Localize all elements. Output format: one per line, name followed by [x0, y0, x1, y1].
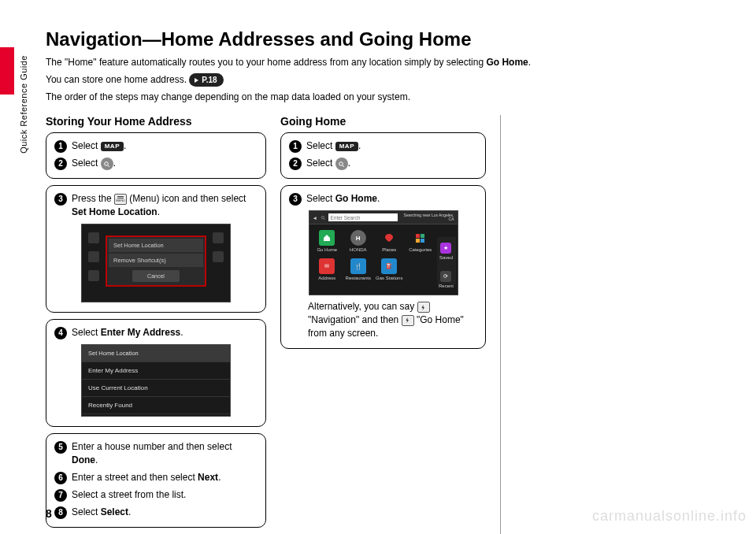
- page-content: Navigation—Home Addresses and Going Home…: [46, 28, 728, 534]
- s5-dot: .: [95, 454, 98, 465]
- bullet-r2: 2: [289, 158, 302, 170]
- svg-line-5: [324, 218, 325, 220]
- bullet-1: 1: [54, 140, 67, 153]
- gc6: Restaurants: [346, 276, 371, 280]
- search-circle-icon: [335, 158, 348, 170]
- voice-icon: [402, 315, 414, 326]
- stepr3-text: Select Go Home.: [306, 192, 477, 206]
- screenshot-menu-dialog: Set Home Location Remove Shortcut(s) Can…: [81, 224, 231, 302]
- s4a: Select: [72, 327, 101, 338]
- r-s3b: Go Home: [335, 193, 377, 204]
- intro1-c: .: [528, 57, 531, 68]
- column-going-home: Going Home 1 Select MAP. 2 Select .: [280, 115, 501, 533]
- svg-line-1: [108, 165, 109, 166]
- s4b: Enter My Address: [101, 327, 181, 338]
- search-circle-icon: [101, 158, 113, 170]
- bullet-3: 3: [54, 193, 67, 206]
- intro1-b: Go Home: [486, 57, 528, 68]
- bullet-6: 6: [54, 472, 67, 484]
- s2-dot: .: [113, 158, 116, 169]
- shot2-hd: Set Home Location: [82, 345, 230, 362]
- stepbox-1-2: 1 Select MAP. 2 Select .: [46, 132, 266, 179]
- step5-text: Enter a house number and then select Don…: [72, 440, 258, 467]
- gc4: Categories: [409, 247, 432, 252]
- step-5: 5 Enter a house number and then select D…: [54, 440, 258, 467]
- svg-point-0: [105, 161, 109, 165]
- r-s3-dot: .: [377, 193, 380, 204]
- stepbox-4: 4 Select Enter My Address. Set Home Loca…: [46, 319, 266, 427]
- s6b: Next: [198, 472, 218, 483]
- dlg-row-1: Set Home Location: [109, 239, 203, 252]
- step7-text: Select a street from the list.: [72, 488, 258, 502]
- step-6: 6 Enter a street and then select Next.: [54, 471, 258, 484]
- near-label: Searching near Los Angeles, CA: [401, 213, 454, 221]
- gc3: Places: [382, 247, 396, 252]
- stepbox-5-8: 5 Enter a house number and then select D…: [46, 433, 266, 528]
- step-2: 2 Select .: [54, 157, 258, 170]
- gr1: Saved: [439, 255, 453, 260]
- alt-d: " and then: [356, 314, 402, 325]
- svg-line-3: [343, 165, 344, 166]
- r-s2: Select: [306, 158, 335, 169]
- svg-point-2: [339, 161, 343, 165]
- intro2-text: You can store one home address.: [46, 74, 189, 85]
- step4-text: Select Enter My Address.: [72, 326, 258, 339]
- gc5: Address: [318, 276, 335, 280]
- side-label: Quick Reference Guide: [19, 55, 28, 154]
- bullet-r3: 3: [289, 193, 302, 206]
- s4-dot: .: [180, 327, 183, 338]
- s3b: (Menu) icon and then select: [127, 193, 246, 204]
- stepr2-text: Select .: [306, 157, 477, 170]
- step-8: 8 Select Select.: [54, 506, 258, 519]
- stepbox-r-1-2: 1 Select MAP. 2 Select .: [280, 132, 486, 179]
- pref-text: P.18: [202, 74, 217, 86]
- r-s3a: Select: [306, 193, 335, 204]
- step-4: 4 Select Enter My Address.: [54, 326, 258, 339]
- heading-going-home: Going Home: [280, 115, 486, 128]
- step6-text: Enter a street and then select Next.: [72, 471, 258, 484]
- s1-dot: .: [124, 140, 126, 151]
- dlg-cancel: Cancel: [132, 270, 180, 282]
- gr2: Recent: [439, 284, 454, 288]
- step3-text: Press the MENU (Menu) icon and then sele…: [72, 192, 258, 219]
- s3a: Press the: [72, 193, 114, 204]
- dlg-row-2: Remove Shortcut(s): [109, 254, 203, 267]
- step1-text: Select MAP.: [72, 139, 258, 153]
- screenshot-address-menu: Set Home Location Enter My Address Use C…: [81, 344, 231, 417]
- intro1-a: The "Home" feature automatically routes …: [46, 57, 486, 68]
- step-r2: 2 Select .: [289, 157, 477, 170]
- shot2-r2: Use Current Location: [82, 380, 230, 397]
- s5a: Enter a house number and then select: [72, 441, 232, 452]
- search-input: [328, 213, 398, 221]
- intro-line-2: You can store one home address. P.18: [46, 72, 728, 87]
- page-reference-badge: P.18: [189, 73, 223, 87]
- s8b: Select: [101, 506, 128, 517]
- alt-f: Go Home: [420, 314, 460, 325]
- r-s1-dot: .: [358, 140, 361, 151]
- s6-dot: .: [218, 472, 220, 483]
- stepbox-r-3: 3 Select Go Home. ◄ Searching near Los A…: [280, 185, 486, 348]
- bullet-7: 7: [54, 489, 67, 502]
- shot2-r1: Enter My Address: [82, 362, 230, 380]
- step8-text: Select Select.: [72, 506, 258, 519]
- s1-prefix: Select: [72, 140, 101, 151]
- link-arrow-icon: [194, 77, 200, 83]
- r-s1: Select: [306, 140, 335, 151]
- bullet-5: 5: [54, 441, 67, 454]
- bullet-2: 2: [54, 158, 67, 170]
- step-7: 7 Select a street from the list.: [54, 488, 258, 502]
- s2-prefix: Select: [72, 158, 101, 169]
- s3-dot: .: [158, 206, 160, 217]
- intro-line-1: The "Home" feature automatically routes …: [46, 55, 728, 69]
- s6a: Enter a street and then select: [72, 472, 198, 483]
- s8a: Select: [72, 506, 101, 517]
- map-button-icon: MAP: [101, 142, 124, 151]
- gc2: HONDA: [350, 247, 367, 252]
- s5b: Done: [72, 454, 95, 465]
- alt-c: Navigation: [311, 314, 356, 325]
- back-arrow-icon: ◄: [313, 215, 317, 221]
- s8-dot: .: [128, 506, 131, 517]
- step-3: 3 Press the MENU (Menu) icon and then se…: [54, 192, 258, 219]
- step-r3: 3 Select Go Home.: [289, 192, 477, 206]
- shot2-r3: Recently Found: [82, 397, 230, 414]
